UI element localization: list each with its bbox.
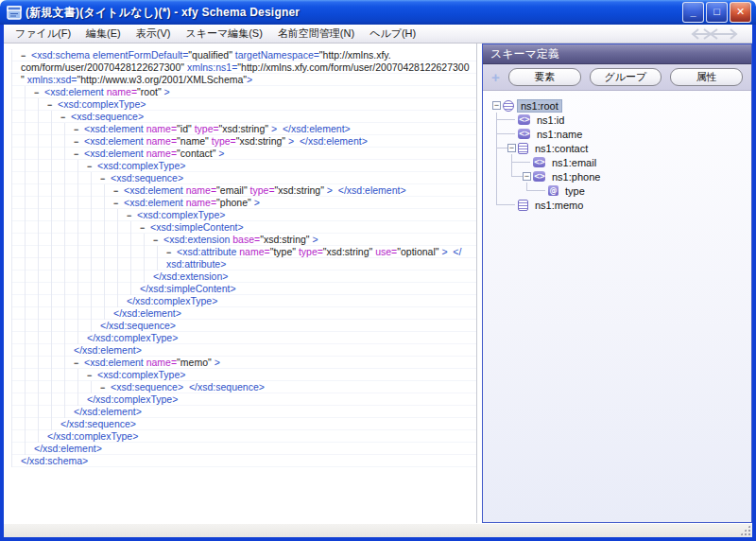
menu-item-schema-edit[interactable]: スキーマ編集(S): [178, 25, 269, 43]
xml-row[interactable]: </xsd:simpleContent>: [11, 283, 476, 295]
xml-row[interactable]: −<xsd:sequence>: [11, 172, 476, 184]
xml-row[interactable]: </xsd:element>: [11, 406, 476, 418]
xml-token: <xsd:simpleContent>: [150, 221, 244, 233]
xml-token: use=: [375, 246, 397, 257]
xml-row[interactable]: −<xsd:element name="email" type="xsd:str…: [11, 184, 476, 197]
xml-token: </xsd:element>: [74, 344, 142, 356]
xml-row[interactable]: −<xsd:sequence>: [11, 111, 476, 123]
xml-token: "xsd:string": [275, 184, 324, 196]
xml-token: "xsd:string": [260, 234, 309, 245]
attribute-button[interactable]: 属性: [670, 68, 743, 86]
app-icon: [7, 6, 22, 20]
element-icon: <>: [533, 157, 545, 167]
xml-token: </xsd:complexType>: [87, 332, 178, 343]
xml-row[interactable]: −<xsd:sequence> </xsd:sequence>: [11, 381, 476, 393]
title-bar[interactable]: (新規文書)(タイトルなし)(*) - xfy Schema Designer …: [0, 0, 756, 25]
collapse-marker-icon[interactable]: −: [74, 358, 81, 369]
xml-token: </xsd:extension>: [153, 270, 228, 282]
collapse-marker-icon[interactable]: −: [100, 173, 108, 184]
xml-row[interactable]: </xsd:element>: [11, 307, 476, 320]
tree-item[interactable]: <>ns1:name: [507, 127, 751, 141]
group-button[interactable]: グループ: [590, 68, 662, 86]
tree-connector: [511, 154, 512, 176]
collapse-marker-icon[interactable]: −: [74, 124, 81, 135]
xml-token: name=: [239, 246, 269, 257]
collapse-marker-icon[interactable]: −: [87, 161, 94, 172]
xml-row[interactable]: −<xsd:element name="phone" >: [11, 197, 476, 209]
xml-row[interactable]: </xsd:element>: [11, 344, 476, 357]
xml-row[interactable]: −<xsd:schema elementFormDefault="qualifi…: [11, 49, 476, 61]
collapse-marker-icon[interactable]: −: [100, 382, 108, 393]
xml-row[interactable]: </xsd:element>: [11, 443, 476, 455]
collapse-marker-icon[interactable]: −: [87, 370, 94, 381]
xml-row[interactable]: </xsd:complexType>: [11, 393, 476, 406]
xml-token: <xsd:element: [84, 148, 146, 159]
xml-editor[interactable]: −<xsd:schema elementFormDefault="qualifi…: [4, 44, 477, 523]
xml-row[interactable]: −<xsd:simpleContent>: [11, 221, 476, 234]
xml-row[interactable]: </xsd:complexType>: [11, 295, 476, 307]
xml-row[interactable]: −<xsd:complexType>: [11, 369, 476, 381]
element-button[interactable]: 要素: [508, 68, 581, 86]
element-icon: <>: [518, 114, 530, 125]
xml-token: "memo": [177, 357, 212, 368]
xml-token: "optional": [397, 246, 438, 257]
xml-row[interactable]: −<xsd:element name="name" type="xsd:stri…: [11, 135, 476, 148]
xml-row[interactable]: </xsd:sequence>: [11, 320, 476, 332]
maximize-button[interactable]: □: [706, 2, 728, 23]
xml-row[interactable]: xsd:attribute>: [11, 258, 476, 270]
xml-row[interactable]: com/form/user/20070428122627300" xmlns:n…: [11, 61, 476, 74]
collapse-marker-icon[interactable]: −: [21, 50, 28, 61]
collapse-marker-icon[interactable]: −: [60, 112, 68, 123]
xml-row[interactable]: </xsd:sequence>: [11, 418, 476, 430]
collapse-marker-icon[interactable]: −: [140, 222, 147, 234]
xml-row[interactable]: " xmlns:xsd="http://www.w3.org/2001/XMLS…: [11, 74, 476, 86]
tree-item[interactable]: <>ns1:email: [523, 155, 751, 169]
tree-collapse-icon[interactable]: −: [492, 101, 501, 110]
xml-row[interactable]: </xsd:extension>: [11, 270, 476, 283]
xml-row[interactable]: −<xsd:complexType>: [11, 98, 476, 111]
menu-item-edit[interactable]: 編集(E): [78, 25, 129, 43]
collapse-marker-icon[interactable]: −: [127, 210, 134, 221]
xml-token: type=: [250, 184, 275, 196]
menu-item-view[interactable]: 表示(V): [129, 25, 179, 43]
collapse-marker-icon[interactable]: −: [74, 148, 81, 160]
collapse-marker-icon[interactable]: −: [47, 99, 55, 111]
tree-item[interactable]: −ns1:root: [492, 98, 751, 113]
xml-row[interactable]: −<xsd:attribute name="type" type="xsd:st…: [11, 246, 476, 258]
xml-row[interactable]: −<xsd:element name="root" >: [11, 86, 476, 98]
xml-token: "name": [177, 135, 212, 147]
collapse-marker-icon[interactable]: −: [74, 136, 81, 148]
menu-item-file[interactable]: ファイル(F): [8, 25, 78, 43]
add-icon[interactable]: +: [491, 70, 500, 84]
resize-grip[interactable]: [740, 525, 750, 535]
collapse-marker-icon[interactable]: −: [113, 185, 121, 197]
menu-item-help[interactable]: ヘルプ(H): [362, 25, 423, 43]
tree-collapse-icon[interactable]: −: [507, 144, 516, 152]
close-button[interactable]: ✕: [730, 2, 751, 23]
xml-token: "contact": [177, 148, 215, 159]
tree-collapse-icon[interactable]: −: [523, 172, 531, 181]
xml-row[interactable]: −<xsd:complexType>: [11, 160, 476, 172]
tree-item-label: ns1:email: [549, 157, 599, 168]
xml-row[interactable]: </xsd:complexType>: [11, 332, 476, 344]
xml-row[interactable]: </xsd:schema>: [11, 455, 476, 467]
tree-item[interactable]: −<>ns1:phone: [523, 169, 751, 183]
xml-row[interactable]: −<xsd:extension base="xsd:string" >: [11, 234, 476, 246]
xml-row[interactable]: −<xsd:element name="memo" >: [11, 357, 476, 369]
xml-token: <xsd:schema: [31, 49, 93, 61]
xml-row[interactable]: −<xsd:element name="contact" >: [11, 148, 476, 160]
xml-row[interactable]: −<xsd:element name="id" type="xsd:string…: [11, 123, 476, 135]
schema-tree-rows: −ns1:root<>ns1:id<>ns1:name−ns1:contact<…: [492, 98, 751, 212]
minimize-button[interactable]: _: [682, 2, 704, 23]
collapse-marker-icon[interactable]: −: [166, 247, 174, 258]
tree-item[interactable]: ns1:memo: [507, 198, 751, 212]
xml-row[interactable]: </xsd:complexType>: [11, 430, 476, 443]
tree-item[interactable]: <>ns1:id: [507, 113, 751, 127]
menu-item-namespace-manage[interactable]: 名前空間管理(N): [270, 25, 362, 43]
tree-item[interactable]: @type: [538, 183, 751, 198]
tree-item[interactable]: −ns1:contact: [507, 141, 751, 155]
collapse-marker-icon[interactable]: −: [113, 198, 121, 209]
collapse-marker-icon[interactable]: −: [153, 235, 161, 246]
xml-row[interactable]: −<xsd:complexType>: [11, 209, 476, 221]
collapse-marker-icon[interactable]: −: [34, 87, 42, 98]
